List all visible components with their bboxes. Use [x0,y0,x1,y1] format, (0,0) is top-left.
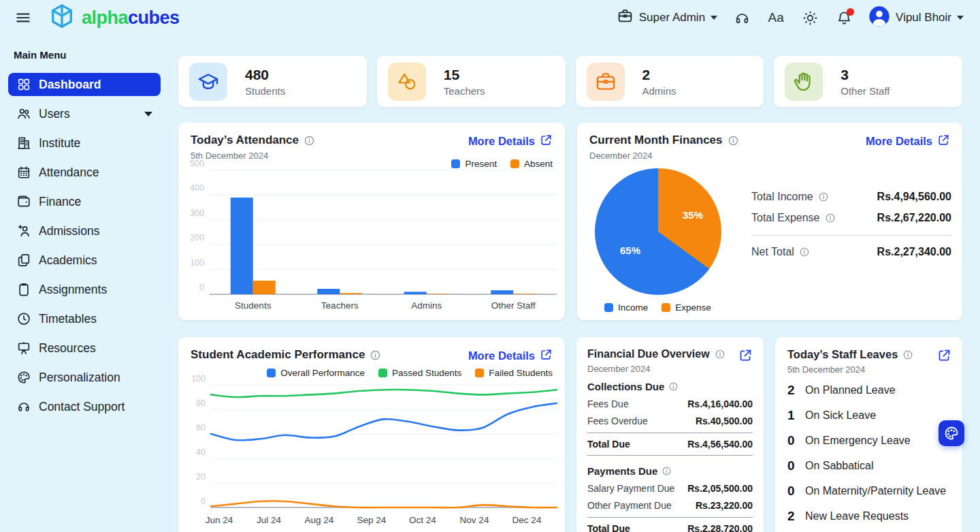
palette-icon [16,370,31,385]
info-icon[interactable] [902,349,913,360]
legend-label: Income [618,302,648,313]
financial-due-title: Financial Due Overview [587,348,725,360]
sidebar-item-academics[interactable]: Academics [8,249,161,272]
theme-customizer-button[interactable] [938,420,964,446]
sidebar-item-label: Dashboard [39,78,101,92]
finance-summary: Total Income Rs.4,94,560.00 Total Expens… [751,191,951,267]
sidebar-item-label: Attendance [39,166,99,180]
clipboard-icon [16,282,31,297]
building-icon [16,136,31,151]
avatar [868,5,890,31]
wallet-icon [16,194,31,209]
svg-text:Dec 24: Dec 24 [512,515,542,525]
legend-swatch [475,369,484,377]
leave-row-on-maternity-paternity-leave: 0 On Maternity/Paternity Leave [787,484,951,499]
support-button[interactable] [732,8,751,27]
sidebar-item-attendance[interactable]: Attendance [8,161,161,184]
due-value: Rs.4,16,040.00 [687,398,753,409]
sidebar-item-finance[interactable]: Finance [8,190,161,213]
svg-text:400: 400 [190,183,204,193]
staff-leaves-body: 2 On Planned Leave1 On Sick Leave0 On Em… [775,375,962,524]
performance-more-details-link[interactable]: More Details [468,348,553,364]
legend-swatch [378,369,387,377]
user-menu[interactable]: Vipul Bhoir [868,5,964,31]
leave-row-on-emergency-leave: 0 On Emergency Leave [787,433,951,448]
info-icon[interactable] [728,135,739,146]
stat-value: 3 [840,66,889,83]
attendance-card: Today’s Attendance 5th December 2024 Mor… [178,123,565,320]
leave-label: On Sabbatical [805,460,874,472]
divider [751,235,951,236]
external-link-icon [540,348,553,364]
info-icon[interactable] [818,191,829,202]
staff-leaves-open-button[interactable] [937,348,951,362]
font-size-button[interactable]: Aa [766,8,785,27]
menu-toggle-button[interactable] [14,8,33,27]
leave-count: 2 [787,383,797,398]
chevron-down-icon [957,16,964,20]
sidebar-item-contact-support[interactable]: Contact Support [8,395,161,418]
financial-due-open-button[interactable] [738,348,753,362]
due-value: Rs.2,05,500.00 [687,483,753,494]
legend-label: Failed Students [489,368,553,378]
legend-swatch [662,303,670,312]
sidebar-item-timetables[interactable]: Timetables [8,307,161,330]
sidebar-item-assignments[interactable]: Assignments [8,278,161,301]
theme-light-button[interactable] [800,8,819,27]
stat-label: Teachers [444,85,485,97]
svg-text:0: 0 [199,283,204,292]
info-icon[interactable] [799,247,810,257]
info-icon[interactable] [304,135,315,146]
info-icon[interactable] [370,349,381,361]
clock-icon [16,311,31,326]
attendance-more-details-link[interactable]: More Details [468,134,553,149]
attendance-legend: PresentAbsent [451,159,553,169]
sidebar-item-label: Admissions [39,224,99,238]
sidebar-item-users[interactable]: Users [8,102,161,125]
finances-more-details-link[interactable]: More Details [866,134,950,149]
brand-logo[interactable]: alphacubes [48,2,180,33]
financial-due-card: Financial Due Overview December 2024 Col… [576,337,764,532]
role-selector[interactable]: Super Admin [617,7,717,28]
info-icon[interactable] [668,381,679,392]
legend-label: Absent [524,159,553,169]
notifications-button[interactable] [834,8,853,27]
info-icon[interactable] [715,349,725,360]
legend-swatch [267,369,276,377]
hand-icon [785,63,823,101]
sidebar-item-label: Institute [39,136,80,151]
svg-text:Aug 24: Aug 24 [305,515,334,525]
staff-leaves-date: 5th December 2024 [787,364,913,375]
brand-name: alphacubes [82,7,180,29]
info-icon[interactable] [825,213,836,223]
due-section-heading: Payments Due [587,465,753,477]
attendance-card-date: 5th December 2024 [191,151,315,161]
due-label: Salary Payment Due [587,483,674,494]
sidebar-item-label: Finance [39,195,81,209]
sidebar-item-resources[interactable]: Resources [8,337,161,360]
graduation-cap-icon [189,63,227,101]
svg-text:20: 20 [196,472,206,482]
svg-text:Jun 24: Jun 24 [206,515,233,525]
svg-text:Nov 24: Nov 24 [460,515,489,525]
stat-card-students: 480 Students [178,56,367,107]
brand-part-alpha: alpha [82,7,128,28]
top-header: alphacubes Super Admin Aa [0,0,980,35]
notification-dot [847,8,854,16]
sidebar-item-admissions[interactable]: Admissions [8,219,161,242]
sidebar-item-institute[interactable]: Institute [8,131,161,155]
staff-leaves-title: Today’s Staff Leaves [787,348,913,361]
performance-card: Student Academic Performance More Detail… [178,337,565,532]
sidebar-item-dashboard[interactable]: Dashboard [8,73,161,96]
sidebar-item-personalization[interactable]: Personalization [8,366,161,389]
users-icon [16,106,31,121]
svg-text:Other Staff: Other Staff [491,300,536,311]
stat-card-teachers: 15 Teachers [377,56,566,107]
person-add-icon [16,223,31,238]
legend-label: Present [465,159,497,169]
due-label: Fees Due [587,398,629,409]
info-icon[interactable] [662,466,672,476]
svg-text:60: 60 [196,423,206,433]
total-income-row: Total Income Rs.4,94,560.00 [751,191,951,203]
due-section-collections-due: Collections Due Fees Due Rs.4,16,040.00 … [587,381,753,456]
